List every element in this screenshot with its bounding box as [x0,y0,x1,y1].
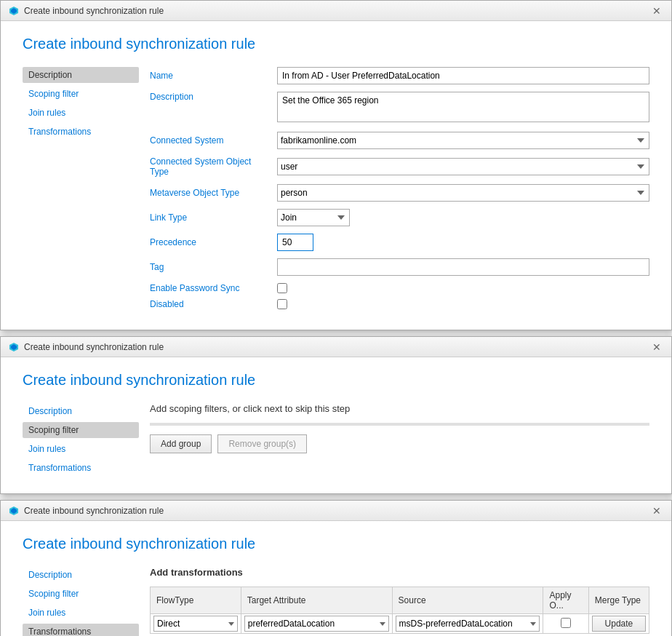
tag-label: Tag [150,262,277,272]
disabled-row: Disabled [150,299,649,309]
sidebar-item-transformations-1[interactable]: Transformations [23,124,139,140]
connected-system-control: fabrikamonline.com [277,132,649,149]
sidebar-2: Description Scoping filter Join rules Tr… [23,403,150,479]
mot-select[interactable]: person [277,184,649,202]
table-header-row: FlowType Target Attribute Source Apply O… [151,587,649,614]
dialog-title-2: Create inbound synchronization rule [23,372,649,389]
sidebar-item-scoping-1[interactable]: Scoping filter [23,86,139,102]
sidebar-item-join-2[interactable]: Join rules [23,441,139,457]
connected-system-row: Connected System fabrikamonline.com [150,132,649,149]
link-type-select[interactable]: Join [277,209,350,226]
sidebar-item-description-1[interactable]: Description [23,67,139,83]
dialog-content-2: Create inbound synchronization rule Desc… [1,357,671,493]
precedence-label: Precedence [150,237,277,247]
add-group-button[interactable]: Add group [150,434,212,453]
dialog-title-1: Create inbound synchronization rule [23,36,649,52]
mot-row: Metaverse Object Type person [150,184,649,202]
header-apply-once: Apply O... [543,587,588,614]
source-select[interactable]: msDS-preferredDataLocation [396,616,540,632]
link-type-row: Link Type Join [150,209,649,226]
sidebar-item-scoping-2[interactable]: Scoping filter [23,422,139,438]
main-layout-2: Description Scoping filter Join rules Tr… [23,403,649,479]
sidebar-item-transformations-2[interactable]: Transformations [23,460,139,476]
transformations-area: Add transformations FlowType Target Attr… [150,567,649,636]
disabled-label: Disabled [150,299,277,309]
name-control [277,67,649,84]
apply-once-checkbox[interactable] [561,618,571,628]
sidebar-item-transformations-3[interactable]: Transformations [23,624,139,636]
merge-type-cell: Update [588,614,649,634]
header-source: Source [392,587,543,614]
csot-select[interactable]: user [277,158,649,175]
window3: Create inbound synchronization rule ✕ Cr… [0,500,672,636]
name-input[interactable] [277,67,649,84]
description-control: Set the Office 365 region [277,92,649,124]
app-icon-1 [8,5,20,17]
add-transformations-title: Add transformations [150,567,649,578]
description-row: Description Set the Office 365 region [150,92,649,124]
sidebar-item-join-3[interactable]: Join rules [23,605,139,621]
title-bar-text-3: Create inbound synchronization rule [24,506,164,516]
title-bar-text-1: Create inbound synchronization rule [24,6,164,16]
dialog-title-3: Create inbound synchronization rule [23,536,649,552]
source-cell: msDS-preferredDataLocation [392,614,543,634]
name-row: Name [150,67,649,84]
app-icon-3 [8,505,20,517]
precedence-input[interactable] [277,234,313,251]
main-layout-1: Description Scoping filter Join rules Tr… [23,67,649,315]
target-attribute-select[interactable]: preferredDataLocation [244,616,389,632]
csot-control: user [277,158,649,175]
transformations-table: FlowType Target Attribute Source Apply O… [150,587,649,634]
link-type-label: Link Type [150,212,277,223]
main-layout-3: Description Scoping filter Join rules Tr… [23,567,649,636]
sidebar-item-join-1[interactable]: Join rules [23,105,139,121]
tag-input[interactable] [277,258,649,276]
table-row: Direct preferredDataLocation msDS-pr [151,614,649,634]
mot-control: person [277,184,649,202]
flowtype-cell: Direct [151,614,241,634]
password-sync-checkbox[interactable] [277,283,287,293]
name-label: Name [150,71,277,81]
flowtype-select[interactable]: Direct [153,616,238,632]
close-button-3[interactable]: ✕ [649,504,664,518]
title-bar-3: Create inbound synchronization rule ✕ [1,501,671,521]
password-sync-row: Enable Password Sync [150,283,649,293]
csot-row: Connected System Object Type user [150,156,649,177]
connected-system-select[interactable]: fabrikamonline.com [277,132,649,149]
progress-bar [150,423,649,426]
dialog-content-1: Create inbound synchronization rule Desc… [1,21,671,330]
sidebar-item-scoping-3[interactable]: Scoping filter [23,586,139,602]
sidebar-3: Description Scoping filter Join rules Tr… [23,567,150,636]
header-target-attribute: Target Attribute [241,587,392,614]
connected-system-label: Connected System [150,135,277,146]
title-bar-1: Create inbound synchronization rule ✕ [1,1,671,21]
link-type-control: Join [277,209,649,226]
sidebar-item-description-2[interactable]: Description [23,403,139,419]
header-merge-type: Merge Type [588,587,649,614]
title-bar-text-2: Create inbound synchronization rule [24,342,164,352]
disabled-checkbox[interactable] [277,299,287,309]
password-sync-label: Enable Password Sync [150,283,277,293]
mot-label: Metaverse Object Type [150,188,277,198]
scoping-btn-row: Add group Remove group(s) [150,434,649,453]
window1: Create inbound synchronization rule ✕ Cr… [0,0,672,330]
window2: Create inbound synchronization rule ✕ Cr… [0,336,672,494]
dialog-content-3: Create inbound synchronization rule Desc… [1,521,671,636]
close-button-2[interactable]: ✕ [649,340,664,354]
title-bar-2: Create inbound synchronization rule ✕ [1,337,671,357]
apply-once-cell [543,614,588,634]
precedence-row: Precedence [150,234,649,251]
csot-label: Connected System Object Type [150,156,277,177]
remove-group-button[interactable]: Remove group(s) [217,434,307,453]
target-attribute-cell: preferredDataLocation [241,614,392,634]
merge-type-button[interactable]: Update [592,616,646,632]
sidebar-1: Description Scoping filter Join rules Tr… [23,67,150,315]
form-area-1: Name Description Set the Office 365 regi… [150,67,649,315]
description-label: Description [150,92,277,102]
sidebar-item-description-3[interactable]: Description [23,567,139,583]
description-textarea[interactable]: Set the Office 365 region [277,92,649,122]
scoping-area: Add scoping filters, or click next to sk… [150,403,649,479]
tag-row: Tag [150,258,649,276]
app-icon-2 [8,341,20,353]
close-button-1[interactable]: ✕ [649,4,664,18]
